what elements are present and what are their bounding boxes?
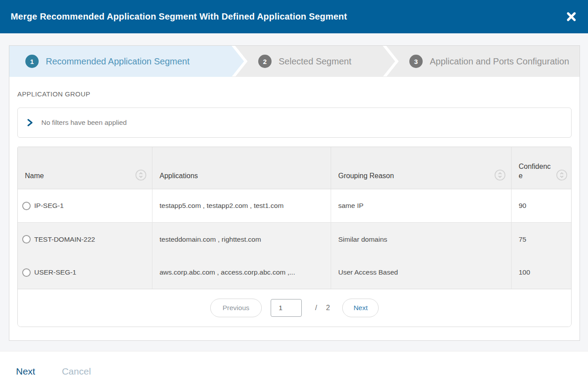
- step-3-label: Application and Ports Configuration: [430, 56, 569, 67]
- wizard-steps: 1 Recommended Application Segment 2 Sele…: [9, 46, 580, 77]
- modal-title: Merge Recommended Application Segment Wi…: [11, 12, 347, 22]
- grouping-reason: same IP: [338, 202, 364, 210]
- table-row[interactable]: USER-SEG-1 aws.corp.abc.com , access.cor…: [18, 256, 571, 289]
- segment-name: IP-SEG-1: [34, 202, 64, 210]
- name-cell: IP-SEG-1: [18, 189, 152, 222]
- confidence-cell: 75: [512, 223, 571, 256]
- grouping-reason-cell: Similar domains: [331, 223, 512, 256]
- step-1-badge: 1: [25, 55, 39, 68]
- column-header-grouping-reason[interactable]: Grouping Reason: [331, 147, 512, 189]
- modal-titlebar: Merge Recommended Application Segment Wi…: [0, 0, 588, 33]
- applications-cell: testeddomain.com , righttest.com: [152, 223, 331, 256]
- filter-bar[interactable]: No filters have been applied: [17, 108, 572, 138]
- step-3-badge: 3: [409, 55, 423, 68]
- applications-cell: aws.corp.abc.com , access.corp.abc.com ,…: [152, 256, 331, 289]
- table-row[interactable]: TEST-DOMAIN-222 testeddomain.com , right…: [18, 223, 571, 256]
- dialog-footer: Next Cancel: [0, 351, 588, 391]
- application-group-heading: APPLICATION GROUP: [17, 90, 572, 98]
- next-page-button[interactable]: Next: [342, 299, 379, 317]
- grouping-reason: Similar domains: [338, 235, 387, 243]
- column-label: Name: [25, 171, 44, 181]
- confidence-value: 100: [519, 268, 530, 276]
- applications-list: testeddomain.com , righttest.com: [160, 235, 261, 243]
- expand-filters-icon[interactable]: [27, 119, 33, 127]
- table-header-row: Name Applications Grouping Reason: [18, 147, 571, 189]
- step-2-badge: 2: [258, 55, 272, 68]
- row-radio-button[interactable]: [22, 268, 31, 277]
- row-radio-button[interactable]: [22, 235, 31, 243]
- confidence-value: 90: [519, 202, 526, 210]
- column-label: Applications: [160, 171, 198, 181]
- step-2-label: Selected Segment: [279, 56, 351, 67]
- segment-name: TEST-DOMAIN-222: [34, 235, 95, 243]
- step-selected-segment[interactable]: 2 Selected Segment: [235, 46, 395, 77]
- total-pages: 2: [326, 304, 330, 312]
- name-cell: USER-SEG-1: [18, 256, 152, 289]
- sort-icon[interactable]: [135, 169, 147, 181]
- cancel-button[interactable]: Cancel: [62, 366, 91, 377]
- name-cell: TEST-DOMAIN-222: [18, 223, 152, 256]
- page-separator: /: [315, 304, 317, 312]
- applications-list: aws.corp.abc.com , access.corp.abc.com ,…: [160, 268, 295, 276]
- dialog-content: APPLICATION GROUP No filters have been a…: [9, 90, 580, 327]
- segment-name: USER-SEG-1: [34, 268, 76, 276]
- page-number-input[interactable]: [271, 299, 302, 317]
- table-row[interactable]: IP-SEG-1 testapp5.com , testapp2.com , t…: [18, 189, 571, 223]
- step-application-and-ports-configuration[interactable]: 3 Application and Ports Configuration: [386, 46, 580, 77]
- column-label: Confidence: [519, 162, 553, 181]
- row-radio-button[interactable]: [22, 202, 31, 210]
- grouping-reason-cell: same IP: [331, 189, 512, 222]
- step-1-label: Recommended Application Segment: [46, 56, 190, 67]
- confidence-cell: 100: [512, 256, 571, 289]
- sort-icon[interactable]: [556, 169, 568, 181]
- close-icon[interactable]: [565, 11, 577, 23]
- confidence-value: 75: [519, 235, 526, 243]
- column-header-name[interactable]: Name: [18, 147, 152, 189]
- previous-page-button[interactable]: Previous: [210, 299, 262, 317]
- column-header-confidence[interactable]: Confidence: [512, 147, 572, 189]
- merge-segment-dialog: 1 Recommended Application Segment 2 Sele…: [9, 45, 580, 341]
- pagination: Previous / 2 Next: [18, 289, 571, 327]
- column-header-applications[interactable]: Applications: [152, 147, 331, 189]
- grouping-reason-cell: User Access Based: [331, 256, 512, 289]
- column-label: Grouping Reason: [338, 171, 394, 181]
- filter-status-text: No filters have been applied: [41, 119, 127, 127]
- confidence-cell: 90: [512, 189, 571, 222]
- applications-list: testapp5.com , testapp2.com , test1.com: [160, 202, 284, 210]
- next-button[interactable]: Next: [16, 366, 35, 377]
- application-group-table: Name Applications Grouping Reason: [17, 147, 572, 327]
- grouping-reason: User Access Based: [338, 268, 398, 276]
- step-recommended-application-segment[interactable]: 1 Recommended Application Segment: [9, 46, 244, 77]
- applications-cell: testapp5.com , testapp2.com , test1.com: [152, 189, 331, 222]
- sort-icon[interactable]: [494, 169, 506, 181]
